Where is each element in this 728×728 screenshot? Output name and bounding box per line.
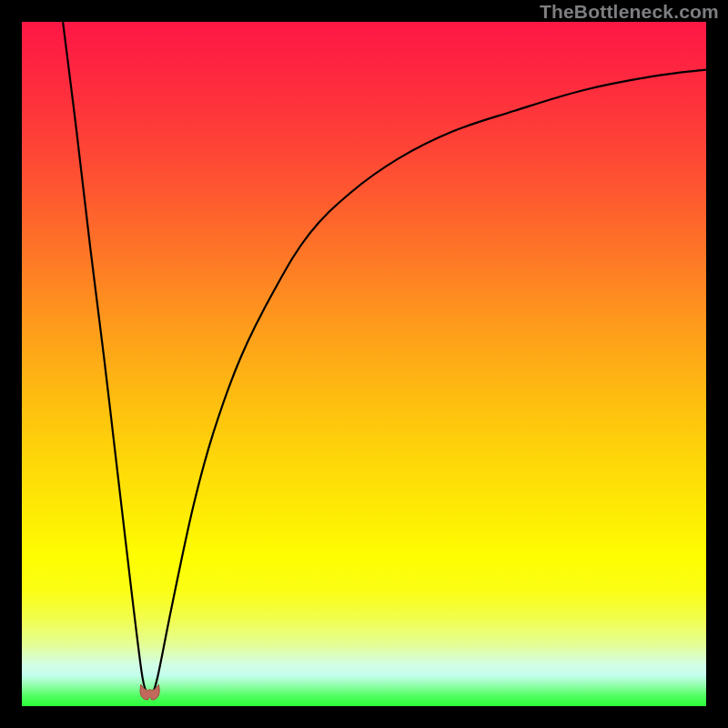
chart-frame: TheBottleneck.com bbox=[0, 0, 728, 728]
bottleneck-chart bbox=[22, 22, 706, 706]
watermark-text: TheBottleneck.com bbox=[540, 1, 719, 23]
chart-background bbox=[22, 22, 706, 706]
